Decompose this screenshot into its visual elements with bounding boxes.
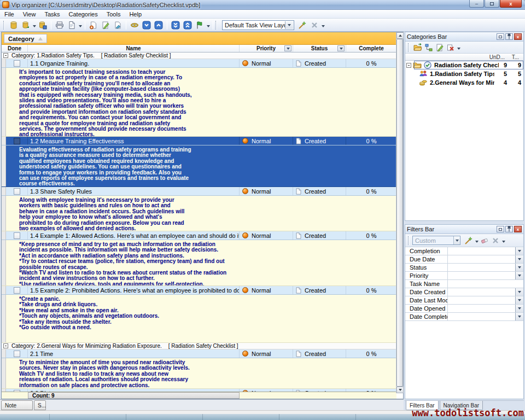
filter-dropdown-button[interactable]: [515, 288, 523, 296]
print-preview-button[interactable]: [66, 20, 78, 31]
menu-help[interactable]: Help: [125, 11, 146, 18]
task-done-checkbox[interactable]: [14, 138, 20, 144]
filter-dropdown-button[interactable]: [515, 305, 523, 312]
safety-goggles-button[interactable]: [129, 20, 141, 31]
category-tree-item[interactable]: Radiation Safety Checklist99: [405, 61, 523, 69]
filter-dropdown-button[interactable]: [515, 264, 523, 271]
new-task-button[interactable]: [88, 20, 100, 31]
filter-value-field[interactable]: [448, 313, 515, 320]
filter-preset-dropdown[interactable]: [453, 236, 460, 244]
filter-value-field[interactable]: [448, 264, 515, 271]
menu-tasks[interactable]: Tasks: [40, 11, 64, 18]
menu-categories[interactable]: Categories: [65, 11, 102, 18]
column-header-complete[interactable]: Complete: [346, 45, 396, 52]
toolbar-grip[interactable]: [3, 21, 5, 30]
edit-task-button[interactable]: [100, 20, 112, 31]
categories-toolbar-caret[interactable]: [456, 42, 461, 53]
delete-task-button[interactable]: [112, 20, 124, 31]
filter-dropdown-button[interactable]: [515, 255, 523, 263]
column-header-done[interactable]: Done: [2, 45, 28, 52]
task-notes-row[interactable]: Evaluating effectiveness of radiation sa…: [2, 145, 396, 187]
filter-value-field[interactable]: [448, 288, 515, 296]
new-subcategory-button[interactable]: [423, 43, 434, 52]
column-total[interactable]: T...: [512, 54, 519, 60]
filters-bar-header[interactable]: Filters Bar x: [405, 225, 523, 234]
column-undone[interactable]: UnD...: [489, 54, 505, 60]
scrollbar-thumb[interactable]: [396, 39, 403, 387]
vertical-scrollbar[interactable]: [396, 32, 403, 393]
apply-filter-caret[interactable]: [474, 235, 479, 246]
filter-dropdown-button[interactable]: [515, 313, 523, 320]
task-row[interactable]: 2.1 TimeNormalCreated0 %: [2, 349, 396, 358]
filter-value-field[interactable]: [448, 272, 515, 279]
task-notes-row[interactable]: *Keep presence of mind and try to get as…: [2, 240, 396, 286]
new-category-button[interactable]: [412, 43, 423, 52]
categories-pin-button[interactable]: [505, 33, 513, 40]
category-tree-item[interactable]: 2.General Ways for Minimizir44: [405, 78, 523, 87]
collapse-icon[interactable]: [3, 53, 8, 58]
delete-layout-button[interactable]: [308, 20, 320, 31]
task-done-checkbox[interactable]: [14, 287, 20, 294]
group-by-band[interactable]: Category: [2, 32, 403, 45]
filter-dropdown-button[interactable]: [515, 247, 523, 255]
task-done-checkbox[interactable]: [14, 351, 20, 357]
column-header-priority[interactable]: Priority: [240, 45, 293, 52]
task-done-checkbox[interactable]: [14, 60, 20, 67]
new-database-button[interactable]: [8, 20, 20, 31]
collapse-icon[interactable]: [406, 63, 411, 68]
column-header-status[interactable]: Status: [293, 45, 346, 52]
print-menu-caret[interactable]: [78, 20, 83, 31]
flag-button[interactable]: [194, 20, 206, 31]
delete-filter-button[interactable]: [490, 236, 501, 246]
category-group-row[interactable]: Category: 2.General Ways for Minimizing …: [2, 343, 396, 349]
column-header-name[interactable]: Name: [28, 45, 240, 52]
task-row[interactable]: 1.3 Share Safety RulesNormalCreated0 %: [2, 187, 396, 196]
move-bottom-button[interactable]: [170, 20, 182, 31]
layout-combo-dropdown[interactable]: [285, 21, 293, 29]
group-by-chip[interactable]: Category: [4, 34, 47, 43]
categories-close-button[interactable]: x: [514, 33, 522, 40]
toolbar-options-caret[interactable]: [320, 20, 325, 31]
collapse-icon[interactable]: [3, 343, 8, 348]
note-tab[interactable]: Note: [1, 400, 33, 410]
open-database-menu-caret[interactable]: [32, 20, 37, 31]
task-row[interactable]: 1.4 Example 1: Allowed Actions. Here's w…: [2, 231, 396, 240]
filter-value-field[interactable]: [448, 255, 515, 263]
filter-dropdown-button[interactable]: [515, 272, 523, 279]
scroll-up-button[interactable]: [396, 32, 404, 39]
move-top-button[interactable]: [182, 20, 194, 31]
toolbar-grip[interactable]: [215, 21, 217, 30]
open-database-button[interactable]: [20, 20, 32, 31]
delete-category-button[interactable]: [445, 43, 456, 52]
toolbar-grip[interactable]: [408, 236, 410, 245]
filter-value-field[interactable]: [448, 296, 515, 304]
filters-toolbar-caret[interactable]: [501, 235, 506, 246]
filters-pin-button[interactable]: [505, 226, 513, 232]
filters-close-button[interactable]: x: [514, 226, 522, 232]
priority-filter-dropdown[interactable]: [284, 45, 291, 51]
filter-preset-combo[interactable]: Custom: [412, 236, 460, 245]
categories-restore-button[interactable]: [497, 33, 504, 40]
apply-layout-button[interactable]: [296, 20, 308, 31]
edit-category-button[interactable]: [434, 43, 445, 52]
task-row[interactable]: 1.1 Organize Training.NormalCreated0 %: [2, 59, 396, 68]
toolbar-grip[interactable]: [408, 43, 410, 52]
menu-tools[interactable]: Tools: [102, 11, 125, 18]
menu-view[interactable]: View: [19, 11, 40, 18]
close-button[interactable]: x: [500, 0, 522, 8]
subtasks-tab[interactable]: S...: [34, 400, 46, 410]
task-row[interactable]: 1.5 Example 2: Prohibited Actions. Here'…: [2, 286, 396, 295]
categories-bar-header[interactable]: Categories Bar x: [405, 32, 523, 42]
move-up-button[interactable]: [153, 20, 165, 31]
task-notes-row[interactable]: Try to minimize the amount of time you s…: [2, 358, 396, 389]
filter-dropdown-button[interactable]: [515, 296, 523, 304]
menu-file[interactable]: File: [0, 11, 19, 18]
title-bar[interactable]: Vip organizer [C:\Users\dmitry\Desktop\R…: [0, 0, 525, 10]
task-row[interactable]: 1.2 Measure Training EffectivenessNormal…: [2, 137, 396, 145]
filter-value-field[interactable]: [448, 305, 515, 312]
filters-restore-button[interactable]: [497, 226, 504, 232]
category-tree-item[interactable]: 1.Radiation Safety Tips.55: [405, 69, 523, 78]
flag-menu-caret[interactable]: [206, 20, 211, 31]
print-button[interactable]: [54, 20, 66, 31]
category-group-row[interactable]: Category: 1.Radiation Safety Tips.[ Radi…: [2, 52, 396, 59]
